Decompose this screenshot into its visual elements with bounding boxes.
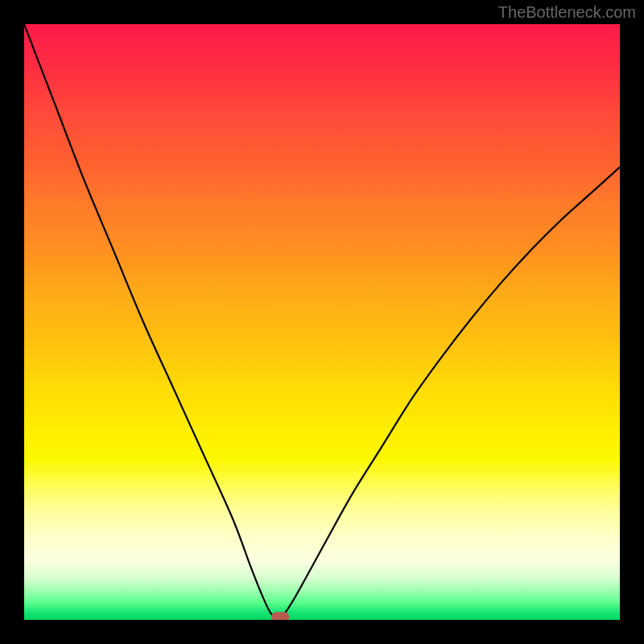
optimal-marker: [271, 612, 289, 620]
bottleneck-curve: [24, 24, 620, 617]
chart-plot-area: [24, 24, 620, 620]
watermark-text: TheBottleneck.com: [498, 3, 636, 22]
chart-svg: [24, 24, 620, 620]
